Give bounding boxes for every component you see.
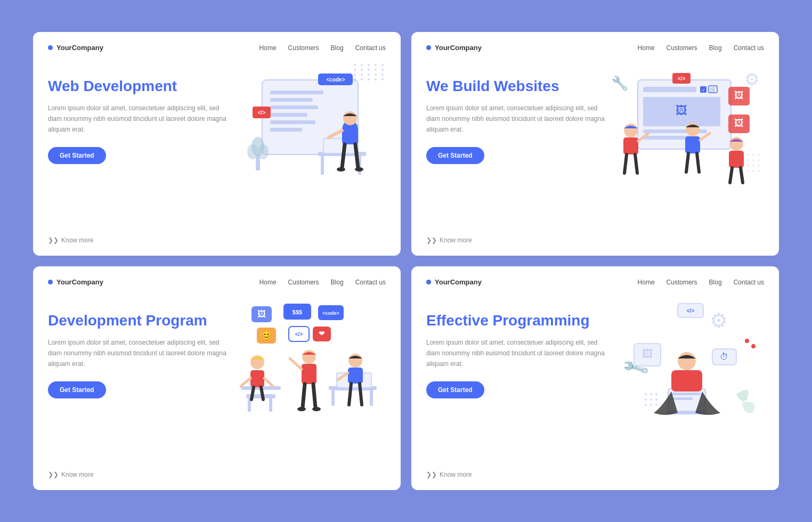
know-more-icon-4: ❯❯ [426,471,437,478]
svg-text:</>: </> [295,331,303,337]
card-build-websites: YourCompany Home Customers Blog Contact … [411,32,779,256]
svg-point-50 [729,137,743,151]
svg-point-129 [655,404,657,406]
nav-customers-3[interactable]: Customers [288,279,319,286]
svg-rect-93 [302,364,316,384]
svg-text:⚙: ⚙ [710,309,728,332]
card-title-3: Development Program [48,312,229,330]
nav-contact-1[interactable]: Contact us [355,44,386,52]
nav-blog-3[interactable]: Blog [331,279,344,286]
svg-rect-101 [334,388,374,390]
svg-text:⚙: ⚙ [744,70,760,89]
svg-rect-103 [348,368,363,384]
card-title-1: Web Development [48,77,229,95]
card-desc-2: Lorem ipsum dolor sit amet, consectetuer… [426,103,607,135]
nav-contact-3[interactable]: Contact us [355,279,386,286]
know-more-1[interactable]: ❯❯ Know more [48,236,94,244]
svg-point-122 [650,393,652,395]
svg-rect-29 [643,87,696,92]
get-started-btn-1[interactable]: Get Started [48,147,106,164]
card-eff-programming: YourCompany Home Customers Blog Contact … [411,266,779,490]
brand-4: YourCompany [426,278,482,286]
know-more-icon-1: ❯❯ [48,236,59,244]
svg-rect-99 [370,390,373,406]
get-started-btn-2[interactable]: Get Started [426,147,484,164]
svg-point-20 [337,167,345,172]
nav-blog-4[interactable]: Blog [709,279,722,286]
card-web-dev: YourCompany Home Customers Blog Contact … [33,32,401,256]
svg-point-52 [736,154,738,156]
svg-text:❤: ❤ [319,329,325,338]
svg-text:</>: </> [678,76,686,81]
brand-dot-2 [426,45,431,50]
card-text-4: Effective Programming Lorem ipsum dolor … [426,296,607,398]
svg-point-95 [312,407,321,411]
svg-point-58 [742,159,744,161]
brand-dot-3 [48,280,53,284]
nav-customers-2[interactable]: Customers [667,44,697,52]
svg-rect-118 [671,397,693,400]
svg-point-66 [758,165,760,167]
know-more-label-3: Know more [61,471,94,478]
svg-point-69 [747,170,749,172]
nav-customers-4[interactable]: Customers [667,279,697,286]
nav-home-3[interactable]: Home [259,279,277,286]
svg-point-114 [751,344,756,348]
svg-point-94 [297,407,306,411]
nav-home-4[interactable]: Home [638,279,655,286]
illustration-dev-program: 🖼 $$$ <code> 😊 ❤ [229,296,386,434]
illustration-web-dev: <code> </> [229,61,386,200]
svg-rect-6 [270,128,302,132]
know-more-4[interactable]: ❯❯ Know more [426,471,472,478]
svg-rect-2 [270,98,313,102]
brand-name-2: YourCompany [435,44,482,52]
svg-point-128 [650,404,652,406]
svg-point-113 [745,339,749,343]
svg-text:<code>: <code> [322,311,339,316]
svg-point-92 [302,350,316,364]
nav-blog-2[interactable]: Blog [709,44,722,52]
svg-text:✓: ✓ [702,88,705,93]
brand-name-1: YourCompany [56,44,103,52]
svg-point-60 [752,159,754,161]
know-more-2[interactable]: ❯❯ Know more [426,236,472,244]
nav-home-2[interactable]: Home [638,44,655,52]
brand-name-3: YourCompany [56,278,103,286]
know-more-3[interactable]: ❯❯ Know more [48,471,94,478]
card-nav-3: YourCompany Home Customers Blog Contact … [48,278,386,286]
nav-links-3: Home Customers Blog Contact us [259,279,386,286]
svg-line-96 [290,358,302,369]
svg-rect-88 [250,370,264,387]
card-grid: YourCompany Home Customers Blog Contact … [33,32,779,490]
nav-home-1[interactable]: Home [259,44,277,52]
know-more-icon-2: ❯❯ [426,236,437,244]
svg-rect-45 [623,137,638,154]
nav-customers-1[interactable]: Customers [288,44,319,52]
svg-rect-5 [270,120,315,124]
nav-links-2: Home Customers Blog Contact us [638,44,764,52]
brand-name-4: YourCompany [435,278,482,286]
get-started-btn-4[interactable]: Get Started [426,381,484,398]
svg-point-67 [736,170,738,172]
card-desc-3: Lorem ipsum dolor sit amet, consectetuer… [48,337,229,370]
dev-program-svg: 🖼 $$$ <code> 😊 ❤ [230,301,385,429]
get-started-btn-3[interactable]: Get Started [48,381,106,398]
svg-point-24 [247,144,258,159]
card-title-4: Effective Programming [426,312,607,330]
nav-contact-2[interactable]: Contact us [734,44,764,52]
svg-point-65 [752,165,754,167]
svg-rect-18 [342,126,358,144]
svg-point-64 [747,165,749,167]
svg-point-21 [355,167,363,172]
card-text-2: We Build Websites Lorem ipsum dolor sit … [426,61,607,164]
svg-point-54 [747,154,749,156]
svg-point-126 [655,398,657,401]
svg-point-102 [348,354,362,368]
svg-text:🖼: 🖼 [676,104,687,117]
svg-point-59 [747,159,749,161]
card-content-4: Effective Programming Lorem ipsum dolor … [426,296,764,461]
nav-blog-1[interactable]: Blog [331,44,344,52]
nav-contact-4[interactable]: Contact us [734,279,764,286]
svg-rect-1 [270,91,323,94]
svg-rect-12 [321,156,324,175]
